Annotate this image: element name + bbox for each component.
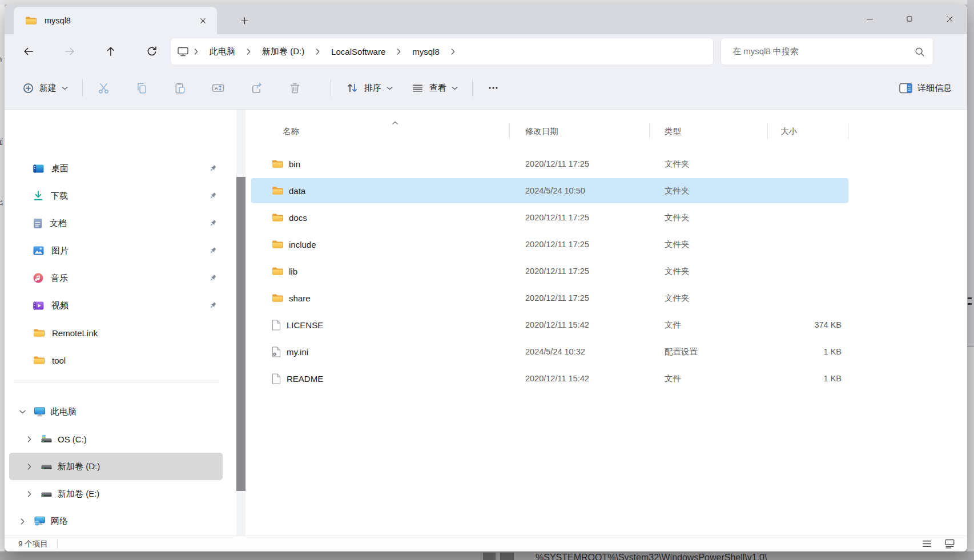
breadcrumb-chevron-icon[interactable] <box>312 49 323 55</box>
sidebar-item-network[interactable]: 网络 <box>9 507 223 535</box>
sort-button-label: 排序 <box>364 83 381 94</box>
desktop-icon <box>33 164 44 173</box>
file-row-include[interactable]: include2020/12/11 17:25文件夹 <box>251 232 848 257</box>
paste-button[interactable] <box>168 76 191 99</box>
chevron-expanded-icon[interactable] <box>16 410 29 414</box>
chevron-collapsed-icon[interactable] <box>23 491 35 497</box>
file-rows: bin2020/12/11 17:25文件夹data2024/5/24 10:5… <box>251 151 848 391</box>
svg-text:A: A <box>215 86 218 91</box>
list-view-button[interactable] <box>918 537 935 551</box>
chevron-down-icon <box>387 86 393 90</box>
sidebar-scrollbar-thumb[interactable] <box>236 177 245 491</box>
file-row-readme[interactable]: README2020/12/11 15:42文件1 KB <box>251 366 848 391</box>
background-window-bottom-strip: %SYSTEMROOT%\System32\WindowsPowerShell\… <box>0 551 974 560</box>
sidebar-item-remotelink[interactable]: RemoteLink <box>9 319 223 347</box>
music-icon <box>33 273 43 283</box>
file-name-cell: include <box>251 240 525 249</box>
details-pane-button[interactable]: 详细信息 <box>894 79 957 98</box>
column-header-size[interactable]: 大小 <box>767 126 848 137</box>
tab-strip: mysql8 <box>5 5 967 34</box>
minimize-button[interactable] <box>856 5 883 33</box>
sort-button[interactable]: 排序 <box>340 77 398 99</box>
breadcrumb-item-localsoftware[interactable]: LocalSoftware <box>325 45 391 59</box>
file-type: 文件夹 <box>665 186 767 196</box>
breadcrumb-chevron-icon[interactable] <box>243 49 254 55</box>
cut-button[interactable] <box>92 76 115 99</box>
file-type: 文件夹 <box>665 212 767 223</box>
sidebar-item-pictures[interactable]: 图片 <box>9 237 223 264</box>
column-header-date-modified[interactable]: 修改日期 <box>525 126 665 137</box>
breadcrumb-chevron-icon[interactable] <box>393 49 404 55</box>
file-name: share <box>289 293 311 303</box>
sidebar-item-new-volume-e[interactable]: 新加卷 (E:) <box>9 480 223 507</box>
refresh-button[interactable] <box>140 40 163 63</box>
column-header-type[interactable]: 类型 <box>665 126 767 137</box>
file-row-lib[interactable]: lib2020/12/11 17:25文件夹 <box>251 259 848 284</box>
breadcrumb-item-new-volume-d[interactable]: 新加卷 (D:) <box>256 44 310 59</box>
search-box[interactable]: 在 mysql8 中搜索 <box>721 38 933 65</box>
share-button[interactable] <box>245 76 268 99</box>
sidebar-item-documents[interactable]: 文档 <box>9 210 223 237</box>
breadcrumb-chevron-icon[interactable] <box>448 49 458 55</box>
forward-button[interactable] <box>58 40 81 63</box>
file-row-share[interactable]: share2020/12/11 17:25文件夹 <box>251 285 848 311</box>
file-row-docs[interactable]: docs2020/12/11 17:25文件夹 <box>251 205 848 230</box>
file-row-license[interactable]: LICENSE2020/12/11 15:42文件374 KB <box>251 312 848 337</box>
pin-icon <box>208 219 217 228</box>
file-date-modified: 2020/12/11 15:42 <box>525 320 665 329</box>
pictures-icon <box>33 246 44 255</box>
download-icon <box>33 191 43 201</box>
sidebar-divider <box>14 382 219 382</box>
column-divider <box>509 123 510 139</box>
file-size: 1 KB <box>767 347 848 356</box>
content-view-button[interactable] <box>941 537 958 551</box>
toolbar: 新建 A 排序 查看 <box>5 73 967 103</box>
config-icon <box>272 347 281 357</box>
rename-button[interactable]: A <box>207 76 230 99</box>
background-text-fragment <box>968 297 972 299</box>
copy-button[interactable] <box>130 76 153 99</box>
more-options-button[interactable] <box>482 76 505 99</box>
tab-mysql8[interactable]: mysql8 <box>14 7 217 34</box>
pin-icon <box>208 274 217 283</box>
close-button[interactable] <box>936 5 963 33</box>
sidebar-item-tool[interactable]: tool <box>9 347 223 374</box>
sidebar-item-os-c[interactable]: OS (C:) <box>9 425 223 453</box>
sidebar-item-new-volume-d[interactable]: 新加卷 (D:) <box>9 453 223 480</box>
column-divider <box>649 123 650 139</box>
file-row-bin[interactable]: bin2020/12/11 17:25文件夹 <box>251 151 848 176</box>
column-header-row: 名称 修改日期 类型 大小 <box>251 121 848 142</box>
file-explorer-window: mysql8 此电脑新加卷 (D:)LocalSoftwaremysql8 <box>5 5 967 551</box>
sidebar-item-videos[interactable]: 视频 <box>9 292 223 319</box>
sidebar-item-this-pc[interactable]: 此电脑 <box>9 398 223 425</box>
file-name: data <box>289 186 305 196</box>
breadcrumb-item-mysql8[interactable]: mysql8 <box>406 45 445 59</box>
file-name: docs <box>289 213 307 223</box>
file-row-my-ini[interactable]: my.ini2024/5/24 10:32配置设置1 KB <box>251 339 848 364</box>
delete-button[interactable] <box>283 76 306 99</box>
breadcrumb-chevron-icon[interactable] <box>191 49 202 55</box>
view-button[interactable]: 查看 <box>406 78 463 99</box>
sidebar-item-downloads[interactable]: 下载 <box>9 182 223 210</box>
column-header-name[interactable]: 名称 <box>251 126 525 137</box>
file-icon <box>272 373 281 384</box>
tab-close-button[interactable] <box>195 13 210 28</box>
chevron-collapsed-icon[interactable] <box>23 464 35 470</box>
sidebar-item-desktop[interactable]: 桌面 <box>9 155 223 182</box>
file-date-modified: 2020/12/11 17:25 <box>525 240 665 249</box>
breadcrumb-item-this-pc[interactable]: 此电脑 <box>204 44 241 59</box>
new-tab-button[interactable] <box>235 11 253 30</box>
maximize-button[interactable] <box>896 5 923 33</box>
new-button[interactable]: 新建 <box>17 78 73 98</box>
chevron-collapsed-icon[interactable] <box>23 436 35 442</box>
file-name-cell: lib <box>251 267 525 276</box>
file-row-data[interactable]: data2024/5/24 10:50文件夹 <box>251 178 848 203</box>
back-button[interactable] <box>17 40 40 63</box>
background-text-fragment: 面 <box>0 137 3 147</box>
sidebar-item-music[interactable]: 音乐 <box>9 264 223 292</box>
chevron-collapsed-icon[interactable] <box>16 518 29 525</box>
sidebar-item-label: 新加卷 (E:) <box>58 489 217 499</box>
up-button[interactable] <box>99 40 122 63</box>
this-pc-monitor-icon <box>178 47 188 57</box>
file-date-modified: 2024/5/24 10:50 <box>525 186 665 195</box>
